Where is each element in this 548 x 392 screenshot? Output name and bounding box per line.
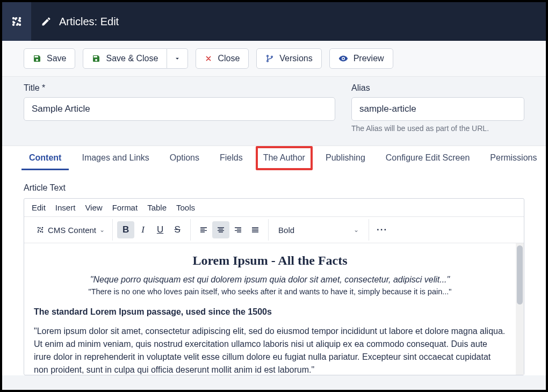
svg-point-3 (19, 24, 21, 26)
strikethrough-button[interactable]: S (169, 221, 186, 238)
cms-content-dropdown[interactable]: CMS Content ⌄ (33, 226, 108, 235)
tab-the-author[interactable]: The Author (256, 146, 313, 170)
content-pane: Article Text EditInsertViewFormatTableTo… (2, 170, 546, 375)
joomla-icon (36, 226, 45, 234)
svg-point-2 (12, 24, 15, 26)
more-button[interactable]: ··· (373, 221, 391, 238)
tab-images-and-links[interactable]: Images and Links (74, 146, 156, 170)
save-button[interactable]: Save (24, 48, 75, 69)
title-input[interactable] (24, 97, 335, 121)
eye-icon (338, 54, 348, 63)
tab-configure-edit-screen[interactable]: Configure Edit Screen (378, 146, 478, 170)
underline-button[interactable]: U (152, 221, 169, 238)
svg-point-9 (38, 231, 39, 233)
preview-button[interactable]: Preview (329, 48, 393, 69)
topbar: Articles: Edit (2, 2, 546, 41)
svg-point-8 (42, 227, 44, 229)
chevron-down-icon: ⌄ (99, 226, 105, 234)
page-title: Articles: Edit (59, 16, 119, 28)
align-left-icon (199, 226, 208, 234)
save-icon (92, 54, 100, 63)
versions-button[interactable]: Versions (256, 48, 321, 69)
align-right-icon (234, 226, 242, 234)
bold-button[interactable]: B (117, 221, 134, 238)
tab-fields[interactable]: Fields (212, 146, 250, 170)
svg-point-10 (42, 231, 44, 233)
scrollbar-thumb[interactable] (517, 245, 523, 304)
menu-edit[interactable]: Edit (32, 203, 46, 212)
close-button[interactable]: Close (196, 48, 249, 69)
tab-options[interactable]: Options (162, 146, 207, 170)
tab-permissions[interactable]: Permissions (482, 146, 544, 170)
editor-toolbar: CMS Content ⌄ B I U S (24, 217, 524, 243)
align-center-button[interactable] (212, 221, 229, 238)
editor-scrollbar[interactable] (516, 243, 524, 375)
joomla-icon (10, 15, 23, 28)
doc-subtitle2: "There is no one who loves pain itself, … (34, 286, 506, 298)
save-icon (33, 54, 41, 63)
svg-point-5 (267, 60, 269, 62)
menu-tools[interactable]: Tools (176, 203, 195, 212)
alias-help: The Alias will be used as part of the UR… (351, 124, 524, 133)
doc-title: Lorem Ipsum - All the Facts (34, 251, 506, 270)
menu-table[interactable]: Table (147, 203, 167, 212)
svg-point-1 (19, 17, 21, 19)
tab-publishing[interactable]: Publishing (318, 146, 373, 170)
menu-insert[interactable]: Insert (55, 203, 76, 212)
editor-body[interactable]: Lorem Ipsum - All the Facts "Neque porro… (24, 243, 516, 375)
save-close-dropdown[interactable] (167, 48, 188, 69)
form-area: Title * Alias The Alias will be used as … (2, 77, 546, 146)
chevron-down-icon (174, 55, 181, 62)
doc-paragraph: "Lorem ipsum dolor sit amet, consectetur… (34, 325, 506, 375)
chevron-down-icon: ⌄ (354, 226, 359, 234)
font-weight-select[interactable]: Bold ⌄ (273, 221, 364, 238)
branch-icon (265, 54, 274, 63)
svg-point-6 (271, 56, 273, 57)
align-justify-icon (251, 226, 259, 234)
alias-input[interactable] (351, 97, 524, 121)
title-label: Title * (24, 83, 335, 93)
rich-text-editor: EditInsertViewFormatTableTools (24, 198, 524, 375)
align-left-button[interactable] (195, 221, 212, 238)
action-toolbar: Save Save & Close Close Versions Preview (2, 41, 546, 77)
alias-label: Alias (351, 83, 524, 93)
italic-button[interactable]: I (134, 221, 152, 238)
align-right-button[interactable] (229, 221, 247, 238)
menu-view[interactable]: View (85, 203, 102, 212)
align-center-icon (217, 226, 225, 234)
svg-point-7 (38, 227, 39, 229)
close-icon (205, 55, 212, 62)
joomla-logo[interactable] (2, 2, 31, 41)
doc-heading: The standard Lorem Ipsum passage, used s… (34, 306, 506, 318)
doc-subtitle1: "Neque porro quisquam est qui dolorem ip… (34, 273, 506, 286)
svg-point-4 (267, 55, 269, 57)
article-text-label: Article Text (24, 183, 524, 193)
editor-menubar: EditInsertViewFormatTableTools (24, 199, 524, 217)
menu-format[interactable]: Format (112, 203, 138, 212)
save-close-button[interactable]: Save & Close (83, 48, 167, 69)
tab-content[interactable]: Content (21, 146, 69, 170)
align-justify-button[interactable] (247, 221, 264, 238)
svg-point-0 (12, 17, 15, 19)
pencil-icon (41, 16, 52, 27)
tabs: ContentImages and LinksOptionsFieldsThe … (2, 146, 546, 170)
